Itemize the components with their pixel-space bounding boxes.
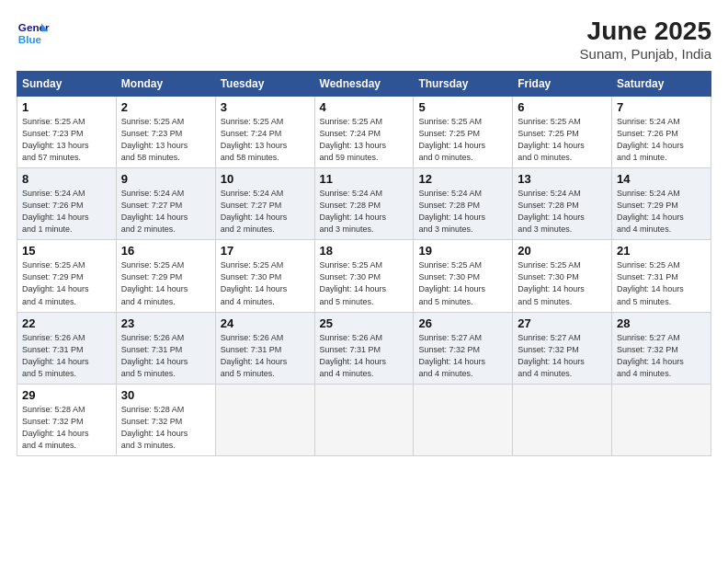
day-number: 12 [418, 172, 507, 186]
day-info: Sunrise: 5:26 AM Sunset: 7:31 PM Dayligh… [22, 332, 111, 380]
day-number: 17 [221, 244, 310, 258]
day-number: 2 [121, 100, 210, 114]
calendar-cell: 8Sunrise: 5:24 AM Sunset: 7:26 PM Daylig… [17, 168, 117, 240]
day-number: 28 [617, 316, 706, 330]
day-info: Sunrise: 5:25 AM Sunset: 7:24 PM Dayligh… [320, 116, 409, 164]
day-number: 13 [518, 172, 607, 186]
calendar-cell: 22Sunrise: 5:26 AM Sunset: 7:31 PM Dayli… [17, 312, 117, 384]
calendar-cell: 3Sunrise: 5:25 AM Sunset: 7:24 PM Daylig… [215, 97, 314, 168]
weekday-header-monday: Monday [116, 72, 215, 97]
day-number: 4 [320, 100, 409, 114]
calendar-subtitle: Sunam, Punjab, India [580, 46, 711, 62]
day-info: Sunrise: 5:26 AM Sunset: 7:31 PM Dayligh… [221, 332, 310, 380]
day-number: 30 [121, 388, 210, 402]
calendar-cell: 2Sunrise: 5:25 AM Sunset: 7:23 PM Daylig… [116, 97, 215, 168]
day-info: Sunrise: 5:24 AM Sunset: 7:27 PM Dayligh… [221, 188, 310, 236]
calendar-cell: 24Sunrise: 5:26 AM Sunset: 7:31 PM Dayli… [215, 312, 314, 384]
day-info: Sunrise: 5:24 AM Sunset: 7:26 PM Dayligh… [617, 116, 706, 164]
page: General Blue June 2025 Sunam, Punjab, In… [0, 0, 728, 467]
day-number: 8 [22, 172, 111, 186]
calendar-week-row: 22Sunrise: 5:26 AM Sunset: 7:31 PM Dayli… [17, 312, 711, 384]
calendar-cell [215, 384, 314, 455]
logo: General Blue [17, 17, 50, 50]
day-number: 5 [418, 100, 507, 114]
calendar-cell [513, 384, 612, 455]
calendar-cell: 21Sunrise: 5:25 AM Sunset: 7:31 PM Dayli… [612, 240, 711, 312]
day-info: Sunrise: 5:25 AM Sunset: 7:30 PM Dayligh… [221, 259, 310, 307]
calendar-week-row: 1Sunrise: 5:25 AM Sunset: 7:23 PM Daylig… [17, 97, 711, 168]
weekday-header-saturday: Saturday [612, 72, 711, 97]
day-number: 19 [418, 244, 507, 258]
calendar-cell: 4Sunrise: 5:25 AM Sunset: 7:24 PM Daylig… [314, 97, 414, 168]
day-info: Sunrise: 5:24 AM Sunset: 7:28 PM Dayligh… [518, 188, 607, 236]
day-info: Sunrise: 5:25 AM Sunset: 7:23 PM Dayligh… [121, 116, 210, 164]
day-number: 26 [418, 316, 507, 330]
day-number: 23 [121, 316, 210, 330]
day-info: Sunrise: 5:28 AM Sunset: 7:32 PM Dayligh… [121, 404, 210, 452]
day-info: Sunrise: 5:25 AM Sunset: 7:29 PM Dayligh… [121, 259, 210, 307]
calendar-cell: 30Sunrise: 5:28 AM Sunset: 7:32 PM Dayli… [116, 384, 215, 455]
day-info: Sunrise: 5:27 AM Sunset: 7:32 PM Dayligh… [518, 332, 607, 380]
calendar-cell: 5Sunrise: 5:25 AM Sunset: 7:25 PM Daylig… [414, 97, 513, 168]
day-info: Sunrise: 5:26 AM Sunset: 7:31 PM Dayligh… [320, 332, 409, 380]
day-info: Sunrise: 5:24 AM Sunset: 7:27 PM Dayligh… [121, 188, 210, 236]
calendar-cell [314, 384, 414, 455]
day-number: 14 [617, 172, 706, 186]
day-number: 20 [518, 244, 607, 258]
calendar-cell: 17Sunrise: 5:25 AM Sunset: 7:30 PM Dayli… [215, 240, 314, 312]
calendar-cell: 14Sunrise: 5:24 AM Sunset: 7:29 PM Dayli… [612, 168, 711, 240]
calendar-cell: 12Sunrise: 5:24 AM Sunset: 7:28 PM Dayli… [414, 168, 513, 240]
day-info: Sunrise: 5:25 AM Sunset: 7:30 PM Dayligh… [518, 259, 607, 307]
calendar-cell: 25Sunrise: 5:26 AM Sunset: 7:31 PM Dayli… [314, 312, 414, 384]
logo-icon: General Blue [17, 17, 50, 50]
calendar-cell: 27Sunrise: 5:27 AM Sunset: 7:32 PM Dayli… [513, 312, 612, 384]
day-info: Sunrise: 5:24 AM Sunset: 7:28 PM Dayligh… [320, 188, 409, 236]
calendar-cell: 20Sunrise: 5:25 AM Sunset: 7:30 PM Dayli… [513, 240, 612, 312]
header: General Blue June 2025 Sunam, Punjab, In… [17, 17, 711, 62]
calendar-cell: 28Sunrise: 5:27 AM Sunset: 7:32 PM Dayli… [612, 312, 711, 384]
calendar-cell: 19Sunrise: 5:25 AM Sunset: 7:30 PM Dayli… [414, 240, 513, 312]
calendar-title: June 2025 [580, 17, 711, 46]
day-number: 16 [121, 244, 210, 258]
calendar-cell: 18Sunrise: 5:25 AM Sunset: 7:30 PM Dayli… [314, 240, 414, 312]
calendar-cell: 15Sunrise: 5:25 AM Sunset: 7:29 PM Dayli… [17, 240, 117, 312]
calendar-cell: 9Sunrise: 5:24 AM Sunset: 7:27 PM Daylig… [116, 168, 215, 240]
day-number: 9 [121, 172, 210, 186]
title-block: June 2025 Sunam, Punjab, India [580, 17, 711, 62]
day-number: 27 [518, 316, 607, 330]
day-number: 1 [22, 100, 111, 114]
calendar-cell: 23Sunrise: 5:26 AM Sunset: 7:31 PM Dayli… [116, 312, 215, 384]
weekday-header-tuesday: Tuesday [215, 72, 314, 97]
day-info: Sunrise: 5:25 AM Sunset: 7:30 PM Dayligh… [418, 259, 507, 307]
weekday-header-thursday: Thursday [414, 72, 513, 97]
day-info: Sunrise: 5:24 AM Sunset: 7:29 PM Dayligh… [617, 188, 706, 236]
calendar-cell [612, 384, 711, 455]
weekday-header-sunday: Sunday [17, 72, 117, 97]
day-number: 15 [22, 244, 111, 258]
day-info: Sunrise: 5:25 AM Sunset: 7:25 PM Dayligh… [518, 116, 607, 164]
weekday-header-friday: Friday [513, 72, 612, 97]
day-number: 7 [617, 100, 706, 114]
calendar-cell: 13Sunrise: 5:24 AM Sunset: 7:28 PM Dayli… [513, 168, 612, 240]
calendar-table: SundayMondayTuesdayWednesdayThursdayFrid… [17, 71, 711, 456]
calendar-cell: 10Sunrise: 5:24 AM Sunset: 7:27 PM Dayli… [215, 168, 314, 240]
day-number: 24 [221, 316, 310, 330]
day-info: Sunrise: 5:24 AM Sunset: 7:26 PM Dayligh… [22, 188, 111, 236]
calendar-week-row: 15Sunrise: 5:25 AM Sunset: 7:29 PM Dayli… [17, 240, 711, 312]
day-info: Sunrise: 5:27 AM Sunset: 7:32 PM Dayligh… [418, 332, 507, 380]
day-info: Sunrise: 5:25 AM Sunset: 7:29 PM Dayligh… [22, 259, 111, 307]
day-number: 11 [320, 172, 409, 186]
day-info: Sunrise: 5:28 AM Sunset: 7:32 PM Dayligh… [22, 404, 111, 452]
day-number: 25 [320, 316, 409, 330]
calendar-cell: 29Sunrise: 5:28 AM Sunset: 7:32 PM Dayli… [17, 384, 117, 455]
calendar-cell: 1Sunrise: 5:25 AM Sunset: 7:23 PM Daylig… [17, 97, 117, 168]
day-number: 22 [22, 316, 111, 330]
day-number: 29 [22, 388, 111, 402]
day-info: Sunrise: 5:25 AM Sunset: 7:31 PM Dayligh… [617, 259, 706, 307]
day-number: 18 [320, 244, 409, 258]
day-number: 21 [617, 244, 706, 258]
day-number: 3 [221, 100, 310, 114]
day-number: 10 [221, 172, 310, 186]
day-info: Sunrise: 5:27 AM Sunset: 7:32 PM Dayligh… [617, 332, 706, 380]
day-info: Sunrise: 5:25 AM Sunset: 7:23 PM Dayligh… [22, 116, 111, 164]
